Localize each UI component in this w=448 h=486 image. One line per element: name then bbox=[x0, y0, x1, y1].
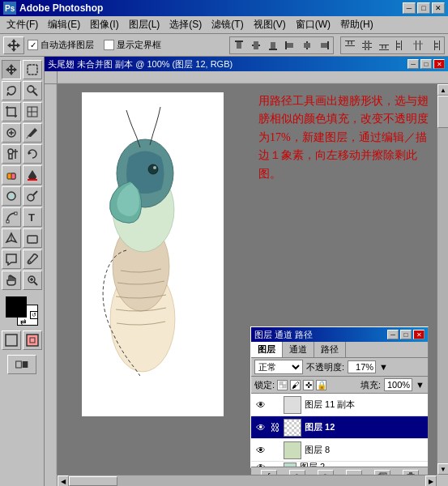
type-tool[interactable]: T bbox=[23, 207, 42, 227]
doc-close-button[interactable]: ✕ bbox=[433, 59, 445, 69]
auto-select-checkbox[interactable]: ✓ bbox=[28, 40, 38, 50]
lock-brush-btn[interactable]: 🖌 bbox=[290, 380, 301, 390]
adjustment-layer-button[interactable]: ◐ bbox=[318, 470, 334, 475]
blur-tool[interactable] bbox=[2, 186, 21, 206]
swap-colors-icon[interactable]: ⇄ bbox=[20, 318, 27, 326]
doc-maximize-button[interactable]: □ bbox=[420, 59, 432, 69]
align-right-button[interactable] bbox=[316, 38, 332, 53]
menu-image[interactable]: 图像(I) bbox=[85, 16, 123, 33]
move-tool[interactable] bbox=[2, 60, 21, 79]
menu-window[interactable]: 窗口(W) bbox=[291, 16, 335, 33]
scroll-left-button[interactable]: ◀ bbox=[58, 475, 69, 486]
lock-move-btn[interactable]: ✜ bbox=[303, 380, 314, 390]
layers-close-btn[interactable]: ✕ bbox=[413, 330, 425, 339]
history-brush-tool[interactable] bbox=[23, 144, 42, 164]
maximize-button[interactable]: □ bbox=[417, 2, 430, 14]
layers-minimize-btn[interactable]: ─ bbox=[387, 330, 399, 339]
layer-group-button[interactable]: □ bbox=[346, 470, 362, 475]
scroll-h-track[interactable] bbox=[69, 475, 425, 486]
align-hcenter-button[interactable] bbox=[299, 38, 315, 53]
layers-list[interactable]: 👁 图层 11 副本 👁 ⛓ 图层 12 bbox=[251, 394, 428, 467]
scroll-v-thumb[interactable] bbox=[437, 96, 448, 128]
dist-bottom-button[interactable] bbox=[376, 38, 392, 53]
tab-channels[interactable]: 通道 bbox=[283, 342, 314, 357]
path-tool[interactable] bbox=[2, 207, 21, 227]
minimize-button[interactable]: ─ bbox=[403, 2, 416, 14]
layer-item-11-copy[interactable]: 👁 图层 11 副本 bbox=[251, 394, 428, 416]
eraser-tool[interactable] bbox=[2, 165, 21, 185]
show-bounds-checkbox[interactable] bbox=[104, 40, 114, 50]
new-layer-button[interactable] bbox=[374, 470, 390, 475]
move-tool-button[interactable] bbox=[3, 36, 24, 54]
layer-style-button[interactable]: ƒ bbox=[261, 470, 277, 475]
screen-mode-button[interactable] bbox=[7, 355, 36, 374]
eyedropper-tool[interactable] bbox=[23, 249, 42, 269]
clone-tool[interactable] bbox=[2, 144, 21, 164]
fill-dropdown-icon[interactable]: ▼ bbox=[416, 380, 425, 390]
align-bottom-button[interactable] bbox=[265, 38, 281, 53]
layer-item-8[interactable]: 👁 图层 8 bbox=[251, 439, 428, 462]
menu-help[interactable]: 帮助(H) bbox=[335, 16, 378, 33]
standard-mode-button[interactable] bbox=[2, 330, 21, 350]
lock-all-btn[interactable]: 🔒 bbox=[316, 380, 326, 390]
scroll-h-thumb[interactable] bbox=[69, 476, 117, 486]
lasso-tool[interactable] bbox=[2, 81, 21, 100]
fill-tool[interactable] bbox=[23, 165, 42, 185]
vertical-scrollbar[interactable]: ▲ ▼ bbox=[437, 84, 448, 475]
zoom-tool[interactable] bbox=[23, 271, 42, 290]
scroll-up-button[interactable]: ▲ bbox=[437, 84, 448, 96]
foreground-color[interactable] bbox=[6, 296, 27, 318]
select-tool[interactable] bbox=[23, 60, 42, 79]
layer-eye-12[interactable]: 👁 bbox=[254, 421, 267, 434]
align-left-button[interactable] bbox=[282, 38, 298, 53]
layers-maximize-btn[interactable]: □ bbox=[400, 330, 412, 339]
fill-input[interactable] bbox=[384, 378, 412, 391]
doc-minimize-button[interactable]: ─ bbox=[407, 59, 419, 69]
horizontal-scrollbar[interactable]: ◀ ▶ bbox=[58, 475, 437, 486]
dist-top-button[interactable] bbox=[342, 38, 358, 53]
layer-eye-11-copy[interactable]: 👁 bbox=[254, 399, 267, 411]
menu-layer[interactable]: 图层(L) bbox=[124, 16, 165, 33]
tab-paths[interactable]: 路径 bbox=[314, 342, 346, 357]
tab-layers[interactable]: 图层 bbox=[251, 342, 283, 357]
scroll-right-button[interactable]: ▶ bbox=[425, 475, 437, 486]
blend-mode-select[interactable]: 正常 bbox=[254, 360, 303, 374]
lock-transparent-btn[interactable] bbox=[277, 380, 288, 390]
brush-tool[interactable] bbox=[23, 123, 42, 143]
dist-hcenter-button[interactable] bbox=[410, 38, 426, 53]
layer-mask-button[interactable]: ◑ bbox=[289, 470, 305, 475]
menu-file[interactable]: 文件(F) bbox=[2, 16, 43, 33]
slice-tool[interactable] bbox=[23, 102, 42, 122]
layer-eye-8[interactable]: 👁 bbox=[254, 444, 267, 457]
align-top-button[interactable] bbox=[231, 38, 247, 53]
opacity-dropdown-icon[interactable]: ▼ bbox=[379, 362, 388, 372]
layer-item-12[interactable]: 👁 ⛓ 图层 12 bbox=[251, 416, 428, 439]
dist-left-button[interactable] bbox=[393, 38, 409, 53]
crop-tool[interactable] bbox=[2, 102, 21, 122]
layer-eye-2[interactable]: 👁 bbox=[254, 461, 267, 467]
quickmask-mode-button[interactable] bbox=[23, 330, 42, 350]
reset-colors-icon[interactable]: ↺ bbox=[30, 311, 38, 319]
delete-layer-button[interactable] bbox=[403, 470, 419, 475]
dist-vcenter-button[interactable] bbox=[359, 38, 375, 53]
dodge-tool[interactable] bbox=[23, 186, 42, 206]
dist-right-button[interactable] bbox=[427, 38, 443, 53]
notes-tool[interactable] bbox=[2, 249, 21, 269]
hand-tool[interactable] bbox=[2, 271, 21, 290]
pen-tool[interactable] bbox=[2, 228, 21, 248]
close-button[interactable]: ✕ bbox=[432, 2, 445, 14]
menu-view[interactable]: 视图(V) bbox=[249, 16, 291, 33]
scroll-v-track[interactable] bbox=[437, 96, 448, 463]
opacity-input[interactable] bbox=[348, 360, 376, 373]
canvas-area[interactable]: 用路径工具画出翅膀形状，选与翅膀相似的颜色填充，改变不透明度为17%，新建图层，… bbox=[58, 84, 437, 475]
shape-tool[interactable] bbox=[23, 228, 42, 248]
menu-select[interactable]: 选择(S) bbox=[164, 16, 207, 33]
menu-filter[interactable]: 滤镜(T) bbox=[207, 16, 248, 33]
scroll-down-button[interactable]: ▼ bbox=[437, 463, 448, 475]
align-vcenter-button[interactable] bbox=[248, 38, 264, 53]
color-swatches[interactable]: ⇄ ↺ bbox=[6, 296, 38, 326]
menu-edit[interactable]: 编辑(E) bbox=[43, 16, 85, 33]
heal-tool[interactable] bbox=[2, 123, 21, 143]
magic-wand-tool[interactable] bbox=[23, 81, 42, 100]
layer-item-2[interactable]: 👁 图层 2 bbox=[251, 462, 428, 467]
